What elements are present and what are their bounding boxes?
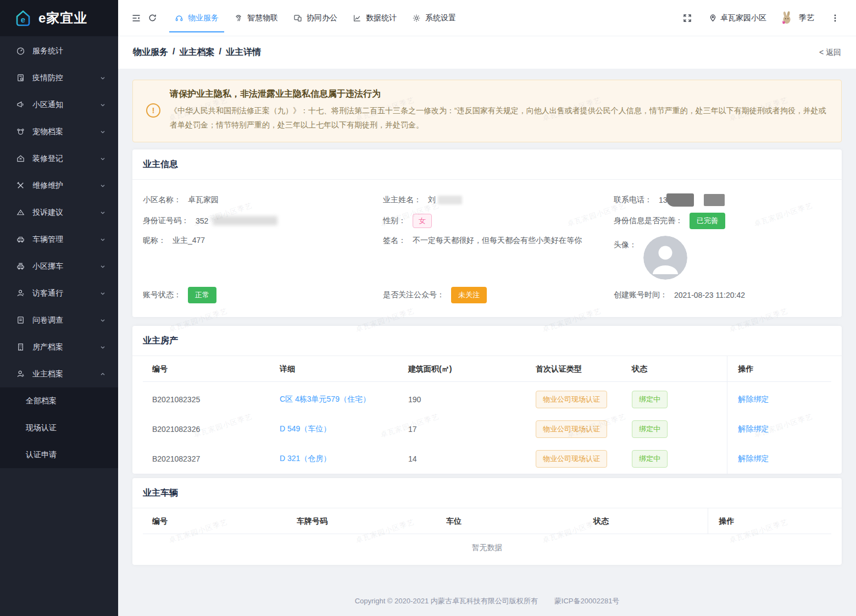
pet-icon — [16, 127, 25, 136]
id-number-value: 352 — [196, 217, 208, 225]
field-id-number: 身份证号码： 352 — [143, 216, 383, 226]
field-phone: 联系电话： 13 — [614, 193, 831, 207]
gear-icon — [412, 14, 421, 23]
privacy-alert-title: 请保护业主隐私，非法泄露业主隐私信息属于违法行为 — [170, 88, 828, 100]
col-header-action: 操作 — [727, 356, 831, 382]
breadcrumb-item-property-service[interactable]: 物业服务 — [133, 47, 168, 58]
chevron-down-icon — [99, 317, 106, 324]
auth-type-badge: 物业公司现场认证 — [536, 450, 607, 468]
breadcrumb-item-owner-records[interactable]: 业主档案 — [179, 47, 214, 58]
owner-property-card: 业主房产 编号 详细 建筑面积(㎡) 首次认证类型 状态 操作 — [132, 326, 842, 474]
sidebar-item-label: 疫情防控 — [32, 73, 63, 83]
col-header-id: 编号 — [143, 508, 287, 534]
unbind-link[interactable]: 解除绑定 — [738, 424, 769, 433]
fullscreen-icon[interactable] — [679, 10, 696, 26]
chevron-down-icon — [99, 102, 106, 108]
owner-avatar-placeholder — [643, 236, 687, 280]
property-detail-link[interactable]: C区 4栋3单元579（住宅） — [280, 395, 370, 403]
privacy-alert-text: 请保护业主隐私，非法泄露业主隐私信息属于违法行为 《中华人民共和国刑法修正案（九… — [170, 88, 828, 132]
sidebar-submenu-owner-records: 全部档案 现场认证 认证申请 — [0, 387, 118, 468]
sidebar-item-property-records[interactable]: 房产档案 — [0, 334, 118, 360]
headset-icon — [175, 14, 184, 23]
redacted-id-number — [213, 216, 277, 225]
copyright-text: Copyright © 2020-2021 内蒙古卓瓦科技有限公司版权所有 — [355, 596, 538, 606]
chevron-up-icon — [99, 371, 106, 378]
sidebar-subitem-onsite-auth[interactable]: 现场认证 — [0, 414, 118, 441]
car-icon — [16, 235, 25, 244]
page-footer: Copyright © 2020-2021 内蒙古卓瓦科技有限公司版权所有 蒙I… — [132, 565, 842, 606]
sidebar-subitem-label: 认证申请 — [26, 450, 57, 460]
page-content: ! 请保护业主隐私，非法泄露业主隐私信息属于违法行为 《中华人民共和国刑法修正案… — [118, 69, 856, 616]
unbind-link[interactable]: 解除绑定 — [738, 454, 769, 463]
owner-info-grid: 小区名称： 卓瓦家园 业主姓名： 刘 联系电话： 13 — [143, 180, 831, 317]
tab-property-service[interactable]: 物业服务 — [167, 0, 226, 36]
user-menu[interactable]: 季艺 — [780, 11, 814, 25]
sidebar-subitem-label: 现场认证 — [26, 423, 57, 433]
col-header-action: 操作 — [708, 508, 831, 534]
created-time-value: 2021-08-23 11:20:42 — [674, 291, 745, 299]
tab-smart-iot[interactable]: 智慧物联 — [226, 0, 286, 36]
identity-complete-badge: 已完善 — [690, 213, 725, 229]
chevron-down-icon — [99, 290, 106, 297]
sidebar-item-owner-records[interactable]: 业主档案 — [0, 360, 118, 387]
chevron-down-icon — [99, 75, 106, 81]
breadcrumb: 物业服务 / 业主档案 / 业主详情 — [133, 47, 261, 58]
logo-house-icon: e — [13, 8, 33, 28]
empty-data-text: 暂无数据 — [143, 534, 831, 565]
sidebar-item-service-stats[interactable]: 服务统计 — [0, 37, 118, 64]
breadcrumb-separator: / — [219, 47, 221, 58]
sidebar-item-community-notice[interactable]: 小区通知 — [0, 91, 118, 118]
gender-badge: 女 — [413, 214, 432, 228]
sidebar-item-visitor-access[interactable]: 访客通行 — [0, 280, 118, 307]
col-header-area: 建筑面积(㎡) — [399, 356, 526, 382]
sidebar-item-label: 投诉建议 — [32, 208, 63, 218]
sidebar-item-label: 房产档案 — [32, 342, 63, 352]
user-name: 季艺 — [799, 13, 814, 23]
back-link[interactable]: < 返回 — [819, 48, 841, 58]
sidebar-item-renovation-registration[interactable]: 装修登记 — [0, 145, 118, 172]
community-name: 卓瓦家园小区 — [720, 13, 766, 23]
owner-property-table: 编号 详细 建筑面积(㎡) 首次认证类型 状态 操作 B2021082325 C… — [143, 356, 831, 474]
table-row: B2021082326 D 549（车位） 17 物业公司现场认证 绑定中 解除… — [143, 414, 831, 444]
property-detail-link[interactable]: D 549（车位） — [280, 424, 331, 433]
tab-label: 物业服务 — [188, 13, 219, 23]
user-avatar — [780, 11, 794, 25]
property-area: 190 — [399, 381, 526, 414]
collapse-sidebar-button[interactable] — [128, 10, 144, 26]
field-created-time: 创建账号时间： 2021-08-23 11:20:42 — [614, 290, 831, 300]
col-header-detail: 详细 — [270, 356, 399, 382]
visitor-icon — [16, 288, 25, 298]
sidebar-item-questionnaire[interactable]: 问卷调查 — [0, 307, 118, 334]
field-community-name: 小区名称： 卓瓦家园 — [143, 195, 383, 205]
megaphone-icon — [16, 100, 25, 109]
field-avatar: 头像： — [614, 236, 831, 280]
owner-icon — [16, 369, 25, 379]
sidebar-item-pet-records[interactable]: 宠物档案 — [0, 118, 118, 145]
property-area: 17 — [399, 414, 526, 444]
empty-data-row: 暂无数据 — [143, 534, 831, 565]
tab-system-settings[interactable]: 系统设置 — [404, 0, 464, 36]
community-name-value: 卓瓦家园 — [188, 195, 219, 205]
tab-data-statistics[interactable]: 数据统计 — [345, 0, 404, 36]
col-header-auth-type: 首次认证类型 — [526, 356, 622, 382]
property-id: B2021082325 — [143, 381, 270, 414]
sidebar-item-epidemic-control[interactable]: 疫情防控 — [0, 64, 118, 91]
sidebar-item-vehicle-management[interactable]: 车辆管理 — [0, 226, 118, 253]
sidebar-item-community-car-moving[interactable]: 小区挪车 — [0, 253, 118, 280]
refresh-icon[interactable] — [144, 10, 160, 26]
sidebar: e e家宜业 服务统计 疫情防控 小区通知 宠物档案 装修登记 — [0, 0, 118, 616]
community-selector[interactable]: 卓瓦家园小区 — [709, 13, 766, 23]
topbar: 物业服务 智慧物联 协同办公 数据统计 系统设置 — [118, 0, 856, 36]
sidebar-item-repair-maintenance[interactable]: 维修维护 — [0, 172, 118, 199]
sidebar-item-complaints-suggestions[interactable]: 投诉建议 — [0, 199, 118, 226]
unbind-link[interactable]: 解除绑定 — [738, 395, 769, 403]
sidebar-subitem-auth-application[interactable]: 认证申请 — [0, 441, 118, 468]
property-detail-link[interactable]: D 321（仓房） — [280, 454, 331, 463]
more-menu-icon[interactable] — [827, 10, 843, 26]
sidebar-subitem-all-records[interactable]: 全部档案 — [0, 387, 118, 414]
app-logo[interactable]: e e家宜业 — [0, 0, 118, 36]
tab-collaborative-office[interactable]: 协同办公 — [286, 0, 345, 36]
auth-type-badge: 物业公司现场认证 — [536, 391, 607, 408]
sidebar-subitem-label: 全部档案 — [26, 396, 57, 406]
table-row: B2021082327 D 321（仓房） 14 物业公司现场认证 绑定中 解除… — [143, 444, 831, 474]
